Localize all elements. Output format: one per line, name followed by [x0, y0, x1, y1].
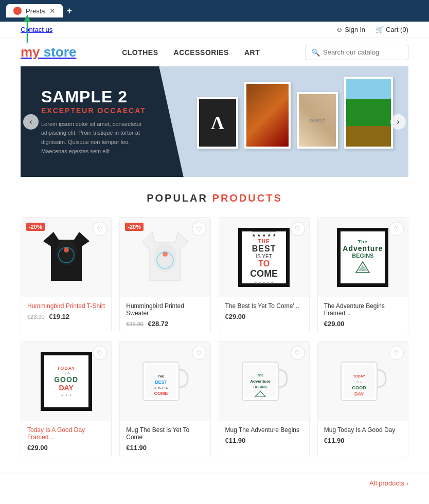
- hero-body: Lorem ipsum dolor sit amet, consectetur …: [41, 120, 154, 156]
- price-frame-today: €29.00: [27, 444, 48, 452]
- product-name-mug-adventure: Mug The Adventure Begins: [225, 426, 303, 434]
- product-card-mug-adventure: The Adventure BEGINS ♡ Mug The Adventure…: [219, 341, 310, 457]
- section-title-accent: PRODUCTS: [208, 192, 282, 204]
- svg-text:GOOD: GOOD: [352, 385, 366, 390]
- svg-point-5: [64, 247, 69, 253]
- sweater-svg: [142, 229, 188, 286]
- hero-frame-3: sketch: [297, 92, 338, 149]
- product-price-frame-today: €29.00: [27, 444, 105, 452]
- arrow-indicator: [20, 14, 35, 47]
- main-nav: CLOTHES ACCESSORIES ART: [122, 48, 260, 57]
- popular-products-section: POPULAR PRODUCTS -20% ♡ H: [0, 177, 429, 473]
- svg-text:IS YET TO: IS YET TO: [154, 386, 169, 389]
- product-card-mug-today: TODAY IS A GOOD DAY ♡ Mug Today Is A Goo…: [317, 341, 408, 457]
- product-info-sweater: Hummingbird Printed Sweater €35.90 €28.7…: [120, 297, 210, 333]
- product-name-print-best: The Best Is Yet To Come'...: [225, 302, 303, 310]
- mug-best-svg: THE BEST IS YET TO COME: [140, 354, 189, 408]
- search-icon: 🔍: [311, 48, 320, 57]
- hero-dark-panel: SAMPLE 2 EXCEPTEUR OCCAECAT Lorem ipsum …: [21, 66, 184, 177]
- header: my store CLOTHES ACCESSORIES ART 🔍: [0, 38, 429, 66]
- top-bar: Contact us ☺ Sign in 🛒 Cart (0): [0, 22, 429, 38]
- product-image-mug-best: THE BEST IS YET TO COME ♡: [120, 341, 210, 421]
- top-bar-actions: ☺ Sign in 🛒 Cart (0): [336, 26, 408, 33]
- tab-close-button[interactable]: ✕: [49, 7, 56, 15]
- product-info-mug-best: Mug The Best Is Yet To Come €11.90: [120, 421, 210, 457]
- wishlist-button-print-adventure[interactable]: ♡: [389, 222, 404, 236]
- price-old-tshirt: €23.90: [27, 314, 45, 320]
- wishlist-button-sweater[interactable]: ♡: [192, 222, 206, 236]
- cart-label: Cart (0): [386, 26, 408, 33]
- product-image-sweater: -20% ♡: [120, 218, 210, 297]
- new-tab-button[interactable]: +: [67, 6, 73, 16]
- hero-frame-1: Λ: [197, 97, 238, 149]
- price-new-tshirt: €19.12: [49, 313, 69, 320]
- product-name-mug-today: Mug Today Is A Good Day: [324, 426, 402, 434]
- product-name-tshirt[interactable]: Hummingbird Printed T-Shirt: [27, 302, 105, 310]
- wishlist-button-mug-today[interactable]: ♡: [389, 346, 404, 360]
- hero-subtitle: EXCEPTEUR OCCAECAT: [41, 106, 154, 115]
- all-products-row: All products ›: [0, 473, 429, 493]
- browser-chrome: Presta ✕ +: [0, 0, 429, 22]
- wishlist-button-tshirt[interactable]: ♡: [93, 222, 107, 236]
- product-card-print-best: ★ ★ ★ ★ ★ THE BEST IS YET TO COME ★ ★ ★ …: [219, 217, 310, 333]
- product-info-print-best: The Best Is Yet To Come'... €29.00: [219, 297, 309, 326]
- sign-in-link[interactable]: ☺ Sign in: [336, 26, 365, 33]
- all-products-link[interactable]: All products ›: [369, 479, 408, 487]
- price-new-sweater: €28.72: [148, 320, 169, 328]
- product-info-print-adventure: The Adventure Begins Framed... €29.00: [318, 297, 408, 333]
- product-image-print-best: ★ ★ ★ ★ ★ THE BEST IS YET TO COME ★ ★ ★ …: [219, 218, 309, 297]
- print-best-frame: ★ ★ ★ ★ ★ THE BEST IS YET TO COME ★ ★ ★ …: [238, 228, 290, 287]
- all-products-label: All products: [369, 479, 404, 487]
- product-info-mug-today: Mug Today Is A Good Day €11.90: [318, 421, 408, 449]
- product-name-frame-today[interactable]: Today Is A Good Day Framed...: [27, 426, 105, 441]
- wishlist-button-print-best[interactable]: ♡: [291, 222, 305, 236]
- nav-accessories[interactable]: ACCESSORIES: [174, 48, 229, 57]
- price-print-best: €29.00: [225, 313, 246, 320]
- nav-clothes[interactable]: CLOTHES: [122, 48, 158, 57]
- search-input[interactable]: [323, 48, 403, 56]
- mug-adventure-svg: The Adventure BEGINS: [240, 354, 289, 408]
- svg-text:BEST: BEST: [155, 380, 168, 385]
- hero-text: SAMPLE 2 EXCEPTEUR OCCAECAT Lorem ipsum …: [41, 87, 154, 156]
- print-adventure-frame: The Adventure BEGINS: [337, 228, 388, 287]
- svg-marker-1: [24, 14, 31, 22]
- wishlist-button-mug-best[interactable]: ♡: [192, 346, 206, 360]
- price-old-sweater: €35.90: [126, 321, 144, 327]
- product-price-mug-adventure: €11.90: [225, 437, 303, 444]
- cart-icon: 🛒: [376, 26, 384, 33]
- wishlist-button-mug-adventure[interactable]: ♡: [291, 346, 305, 360]
- nav-art[interactable]: ART: [244, 48, 260, 57]
- wishlist-button-frame-today[interactable]: ♡: [93, 346, 107, 360]
- tab-label: Presta: [26, 7, 45, 15]
- product-info-mug-adventure: Mug The Adventure Begins €11.90: [219, 421, 309, 449]
- hero-next-button[interactable]: ›: [390, 114, 406, 130]
- product-card-print-adventure: The Adventure BEGINS ♡ The Adventure: [317, 217, 408, 333]
- cart-link[interactable]: 🛒 Cart (0): [376, 26, 408, 33]
- product-image-print-adventure: The Adventure BEGINS ♡: [318, 218, 408, 297]
- svg-text:Adventure: Adventure: [250, 379, 271, 384]
- search-box[interactable]: 🔍: [306, 45, 408, 60]
- product-price-print-adventure: €29.00: [324, 320, 402, 328]
- svg-text:BEGINS: BEGINS: [253, 385, 267, 389]
- svg-text:DAY: DAY: [354, 391, 364, 397]
- product-card-tshirt: -20% ♡ Hummingbird Printed T-Shirt €23.9…: [21, 217, 112, 333]
- hero-title: SAMPLE 2: [41, 87, 154, 106]
- price-print-adventure: €29.00: [324, 320, 345, 328]
- price-mug-adventure: €11.90: [225, 437, 246, 444]
- section-title: POPULAR PRODUCTS: [21, 192, 408, 204]
- product-name-sweater: Hummingbird Printed Sweater: [126, 302, 204, 317]
- tab-favicon: [13, 7, 22, 15]
- sign-in-label: Sign in: [345, 26, 365, 33]
- hero-images: Λ sketch: [197, 77, 393, 149]
- product-card-sweater: -20% ♡ Hummingbird Printed Sweater €35.9…: [119, 217, 210, 333]
- logo-store: store: [40, 44, 77, 60]
- discount-badge-sweater: -20%: [125, 223, 144, 231]
- product-image-mug-adventure: The Adventure BEGINS ♡: [219, 341, 309, 421]
- product-info-tshirt: Hummingbird Printed T-Shirt €23.90 €19.1…: [21, 297, 111, 326]
- hero-prev-button[interactable]: ‹: [23, 114, 39, 130]
- user-icon: ☺: [336, 26, 343, 33]
- svg-text:IS A: IS A: [356, 381, 362, 384]
- tshirt-svg: [43, 232, 90, 283]
- mug-today-svg: TODAY IS A GOOD DAY: [338, 354, 387, 408]
- frame-today: TODAY IS A GOOD DAY ✦ ✦ ✦: [41, 352, 92, 411]
